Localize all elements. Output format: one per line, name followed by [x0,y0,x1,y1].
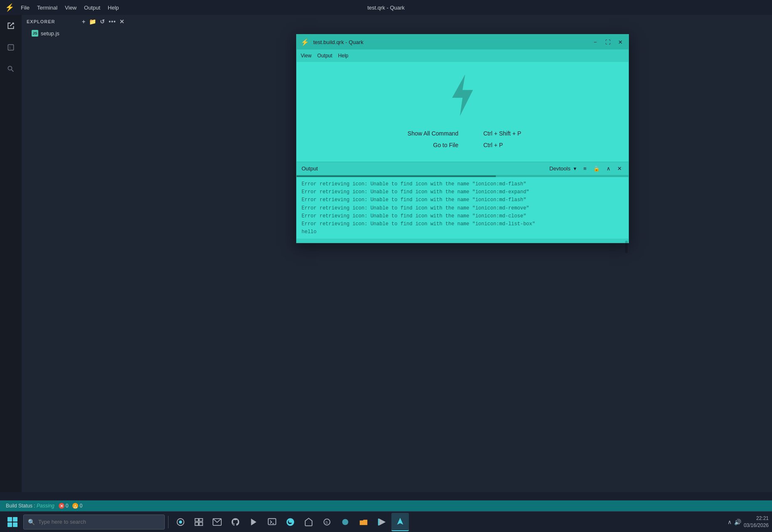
taskbar-icon-folder[interactable] [355,513,372,531]
taskbar-icon-store2[interactable]: S [318,513,336,531]
sidebar-title: Explorer [27,19,55,24]
log-line-1: Error retrieving icon: Unable to find ic… [302,180,624,188]
activity-bar: 1 [0,15,22,492]
close-sidebar-button[interactable]: ✕ [119,18,125,25]
panel-close-icon[interactable]: ✕ [616,165,624,172]
activity-git[interactable]: 1 [3,40,18,55]
log-line-2: Error retrieving icon: Unable to find ic… [302,188,624,196]
refresh-button[interactable]: ↺ [100,18,105,25]
svg-point-15 [342,519,349,525]
menu-file[interactable]: File [21,5,30,11]
sidebar: Explorer + 📁 ↺ ••• ✕ JS setup.js [22,15,130,492]
shortcut-key-2: Ctrl + P [483,142,533,148]
menu-help[interactable]: Help [108,5,119,11]
activity-explorer[interactable] [3,18,18,33]
log-line-5: Error retrieving icon: Unable to find ic… [302,212,624,220]
tray-date-text: 03/16/2026 [744,522,769,529]
taskbar-search-input[interactable] [38,519,160,525]
sidebar-file-setupjs[interactable]: JS setup.js [22,28,130,38]
menu-bar: File Terminal View Output Help [21,5,119,11]
taskbar-icon-edge[interactable] [282,513,299,531]
new-folder-button[interactable]: 📁 [89,18,96,25]
output-progress-bar [297,175,496,177]
output-panel-right: Devtools ▾ ≡ 🔒 ∧ ✕ [549,165,624,172]
taskbar-icon-taskview[interactable] [190,513,208,531]
build-passing: Passing [37,503,54,509]
shortcut-label-2: Go to File [392,142,458,148]
svg-marker-18 [397,517,403,525]
title-bar: ⚡ File Terminal View Output Help test.qr… [0,0,772,15]
activity-search[interactable] [3,62,18,76]
taskbar-icon-terminal[interactable] [263,513,281,531]
log-line-7: hello [302,228,624,236]
devtools-dropdown[interactable]: Devtools ▾ [549,165,579,172]
inner-menu-output[interactable]: Output [317,53,332,59]
taskbar-icon-more[interactable] [373,513,391,531]
svg-rect-6 [199,518,203,521]
inner-app-icon: ⚡ [301,38,309,46]
svg-rect-5 [195,518,198,521]
tray-volume[interactable]: 🔊 [734,519,741,525]
error-count: 0 [66,503,69,509]
error-icon: ✕ [59,503,64,509]
panel-scroll-up-icon[interactable]: ∧ [605,165,612,172]
editor-area: ⚡ test.build.qrk - Quark − ⛶ ✕ View Outp… [130,15,772,492]
shortcut-row-1: Show All Command Ctrl + Shift + P [392,130,533,137]
svg-text:S: S [325,520,328,524]
shortcut-key-1: Ctrl + Shift + P [483,130,533,137]
maximize-button[interactable]: ⛶ [604,38,612,46]
more-button[interactable]: ••• [109,18,116,25]
taskbar-search-icon: 🔍 [28,519,35,525]
main-layout: 1 Explorer + 📁 ↺ ••• ✕ JS setup.js [0,15,772,492]
svg-text:1: 1 [9,46,11,49]
warn-icon: △ [72,503,78,509]
output-content: Error retrieving icon: Unable to find ic… [297,178,628,239]
output-panel-left: Output [302,165,318,172]
error-badge: ✕ 0 [59,503,69,509]
taskbar-icon-store1[interactable] [300,513,317,531]
inner-menu-help[interactable]: Help [338,53,349,59]
system-tray: ∧ 🔊 22:21 03/16/2026 [727,515,769,529]
taskbar-icon-github[interactable] [227,513,244,531]
taskbar: 🔍 S [0,511,772,532]
panel-lock-icon[interactable]: 🔒 [591,165,601,172]
tray-clock: 22:21 03/16/2026 [744,515,769,529]
inner-window-controls: − ⛶ ✕ [591,38,624,46]
panel-filter-icon[interactable]: ≡ [581,165,588,172]
start-button[interactable] [3,513,22,531]
taskbar-icon-quark[interactable] [391,513,409,531]
output-label: Output [302,165,318,172]
tray-time-text: 22:21 [744,515,769,522]
scrollbar-thumb[interactable] [625,241,628,253]
log-line-6: Error retrieving icon: Unable to find ic… [302,220,624,228]
build-status-text: Build Status : Passing [6,503,54,509]
taskbar-icon-mail[interactable] [208,513,226,531]
svg-point-4 [179,520,182,523]
shortcut-label-1: Show All Command [392,130,458,137]
inner-window-menu: View Output Help [297,49,628,62]
svg-rect-7 [195,522,198,525]
taskbar-icon-circle[interactable] [337,513,354,531]
svg-marker-10 [251,518,257,525]
shortcut-list: Show All Command Ctrl + Shift + P Go to … [392,130,533,148]
menu-view[interactable]: View [65,5,77,11]
menu-output[interactable]: Output [84,5,100,11]
minimize-button[interactable]: − [591,38,599,46]
tray-chevron-up[interactable]: ∧ [727,519,732,525]
taskbar-search[interactable]: 🔍 [23,515,165,530]
windows-logo [7,517,17,527]
sidebar-header: Explorer + 📁 ↺ ••• ✕ [22,15,130,28]
new-file-button[interactable]: + [82,18,86,25]
svg-rect-17 [378,518,379,525]
devtools-chevron[interactable]: ▾ [572,165,578,172]
taskbar-icon-media[interactable] [245,513,262,531]
lightning-logo [446,74,479,118]
output-progress-bar-container [297,175,628,177]
shortcut-row-2: Go to File Ctrl + P [392,142,533,148]
inner-window-title: test.build.qrk - Quark [313,39,364,45]
log-line-4: Error retrieving icon: Unable to find ic… [302,204,624,212]
inner-menu-view[interactable]: View [301,53,312,59]
menu-terminal[interactable]: Terminal [37,5,57,11]
close-inner-window-button[interactable]: ✕ [616,38,624,46]
taskbar-icon-cortana[interactable] [172,513,189,531]
